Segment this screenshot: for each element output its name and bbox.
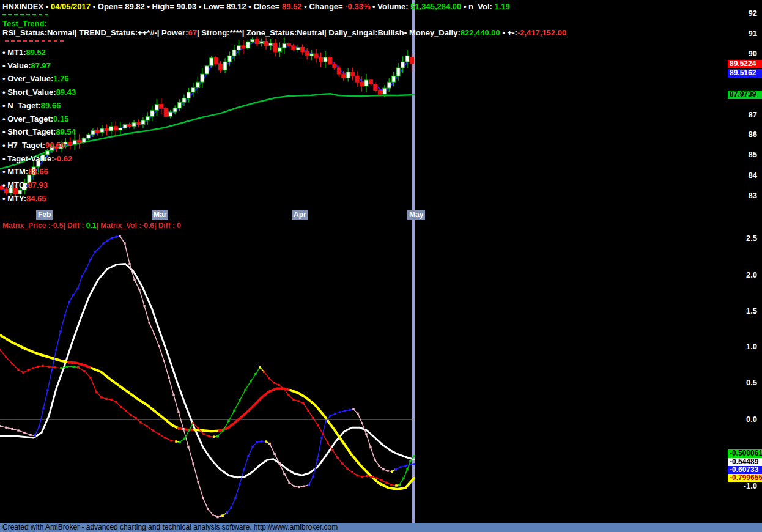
indicator-list-item: • MT1:89.52 — [2, 46, 76, 59]
price-axis-tick: 85 — [720, 150, 757, 159]
indicator-value: 90.50 — [45, 141, 65, 150]
trend-status-segment: 67 — [188, 28, 196, 37]
amibroker-chart-window: HNXINDEX • 04/05/2017 • Open= 89.82 • Hi… — [0, 0, 762, 532]
trend-status-segment: | Strong:****| Zone_Status:Neutral| Dail… — [197, 28, 404, 37]
indicator-label: • MTM: — [2, 167, 28, 176]
quote-header-segment: -0.33% — [345, 2, 370, 11]
chart-canvas[interactable] — [0, 0, 762, 532]
month-label-may: May — [407, 210, 425, 220]
osc-axis-tick: 2.5 — [720, 234, 757, 243]
osc-axis-tag: -0.799655 — [728, 474, 762, 482]
quote-header-segment: 51,345,284.00 — [410, 2, 461, 11]
quote-header-segment: • n_Vol: — [461, 2, 494, 11]
indicator-value: 84.65 — [26, 194, 46, 203]
trend-status-line: RSI_Status:Normal| TREND_Status:++*#-| P… — [2, 28, 566, 37]
indicator-list-item: • N_Taget:89.66 — [2, 99, 76, 113]
quote-header-segment: 04/05/2017 — [51, 2, 91, 11]
indicator-list-item: • MTY:84.65 — [2, 192, 76, 205]
indicator-label: • Short_Value: — [2, 87, 56, 97]
quote-header-line: HNXINDEX • 04/05/2017 • Open= 89.82 • Hi… — [2, 2, 510, 11]
quote-header-segment: • Open= 89.82 • High= 90.03 • Low= 89.12… — [91, 2, 282, 11]
status-bar: Created with AmiBroker - advanced charti… — [0, 523, 762, 532]
price-axis-tag: 89.5224 — [728, 60, 762, 68]
indicator-list-item: • Short_Taget:89.54 — [2, 125, 76, 139]
indicator-label: • MTQ: — [2, 180, 28, 190]
matrix-readout-line: Matrix_Price :-0.5| Diff : 0.1| Matrix_V… — [2, 221, 181, 230]
osc-axis-tick: 0.5 — [720, 379, 757, 387]
month-label-apr: Apr — [292, 210, 308, 220]
indicator-value: 89.66 — [41, 101, 61, 110]
trend-status-segment: RSI_Status:Normal| TREND_Status:++*#-| P… — [2, 28, 188, 37]
indicator-value: 89.54 — [56, 127, 76, 136]
indicator-list-item: • Over_Taget:0.15 — [2, 113, 76, 126]
date-axis: FebMarAprMay — [0, 210, 762, 220]
quote-header-segment: 1.19 — [494, 2, 509, 11]
indicator-value: 87.97 — [31, 61, 51, 70]
indicator-label: • Over_Value: — [2, 74, 53, 83]
matrix-readout-segment: Matrix_Price :-0.5| — [2, 221, 65, 230]
price-axis-tick: 92 — [720, 9, 757, 18]
indicator-label: • N_Taget: — [2, 101, 41, 110]
osc-axis-tick: 1.5 — [720, 307, 757, 316]
price-axis-tag: 87.9739 — [728, 91, 762, 99]
osc-axis-tick: -1.0 — [720, 482, 757, 490]
price-axis-tick: 84 — [720, 171, 757, 180]
indicator-value-list: • MT1:89.52• Value:87.97• Over_Value:1.7… — [2, 46, 76, 205]
indicator-label: • MT1: — [2, 48, 26, 57]
indicator-list-item: • Value:87.97 — [2, 59, 76, 73]
matrix-readout-segment: Diff : 0 — [156, 221, 181, 230]
green-dashed-separator — [2, 14, 48, 15]
osc-axis-tick: 0.0 — [720, 415, 757, 424]
indicator-value: 1.76 — [53, 74, 68, 83]
quote-header-segment: • Change= — [302, 2, 346, 11]
red-dashed-separator — [5, 40, 64, 42]
price-axis-tick: 87 — [720, 111, 757, 119]
quote-header-segment: HNXINDEX — [2, 2, 43, 11]
indicator-value: 87.93 — [28, 180, 48, 190]
osc-axis-tag: -0.60733 — [728, 466, 762, 475]
price-axis-tag: 89.5162 — [728, 69, 762, 78]
trend-title: Test_Trend: — [2, 19, 47, 28]
osc-axis-tag: -0.500061 — [728, 449, 762, 458]
osc-axis-tag: -0.54489 — [728, 458, 762, 467]
indicator-label: • MTY: — [2, 194, 26, 203]
indicator-label: • Short_Taget: — [2, 127, 56, 136]
indicator-list-item: • Over_Value:1.76 — [2, 72, 76, 86]
quote-header-segment: • Volume: — [370, 2, 410, 11]
indicator-value: -0.62 — [54, 154, 73, 163]
month-label-mar: Mar — [152, 210, 168, 220]
trend-status-segment: 822,440.00 — [461, 28, 500, 37]
trend-status-segment: • +-: — [500, 28, 517, 37]
indicator-list-item: • H7_Taget:90.50 — [2, 139, 76, 152]
status-bar-text: Created with AmiBroker - advanced charti… — [2, 523, 338, 531]
price-axis-tick: 83 — [720, 191, 757, 200]
indicator-value: 0.15 — [53, 114, 68, 124]
indicator-list-item: • Taget-Value:-0.62 — [2, 152, 76, 166]
indicator-value: 89.43 — [56, 87, 76, 97]
indicator-list-item: • Short_Value:89.43 — [2, 86, 76, 99]
indicator-list-item: • MTM:88.66 — [2, 165, 76, 179]
osc-axis-tick: 1.0 — [720, 342, 757, 351]
indicator-label: • Value: — [2, 61, 31, 70]
osc-axis-tick: 2.0 — [720, 271, 757, 279]
matrix-readout-segment: | Matrix_Vol :-0.6| — [96, 221, 156, 230]
price-axis-tick: 90 — [720, 50, 757, 58]
matrix-readout-segment: 0.1 — [86, 221, 97, 230]
trend-status-segment: • Money_Daily: — [404, 28, 461, 37]
indicator-label: • Taget-Value: — [2, 154, 54, 163]
indicator-value: 89.52 — [26, 48, 46, 57]
trend-status-segment: -2,417,152.00 — [517, 28, 566, 37]
quote-header-segment: • — [43, 2, 51, 11]
quote-header-segment: 89.52 — [282, 2, 302, 11]
indicator-label: • H7_Taget: — [2, 141, 45, 150]
price-axis-tick: 86 — [720, 130, 757, 139]
indicator-label: • Over_Taget: — [2, 114, 53, 124]
month-label-feb: Feb — [36, 210, 53, 220]
indicator-list-item: • MTQ:87.93 — [2, 179, 76, 192]
matrix-readout-segment: Diff : — [65, 221, 86, 230]
indicator-value: 88.66 — [28, 167, 48, 176]
price-axis-tick: 91 — [720, 29, 757, 38]
